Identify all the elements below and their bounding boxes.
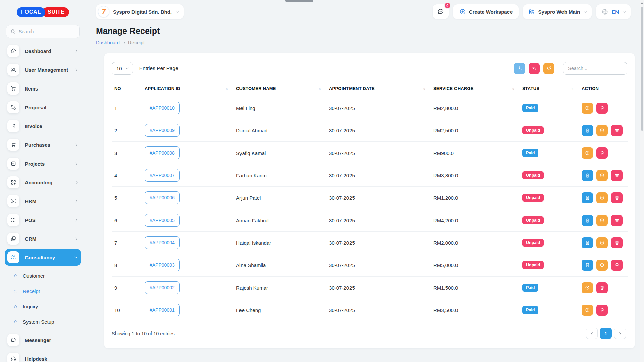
workspace-selector[interactable]: Syspro Web Main bbox=[523, 4, 592, 19]
breadcrumb-dashboard-link[interactable]: Dashboard bbox=[96, 40, 120, 45]
app-root: FOCAL SUITE Dashboard User Management bbox=[0, 0, 644, 362]
sidebar-item-helpdesk[interactable]: Helpdesk bbox=[5, 350, 81, 362]
application-id-button[interactable]: #APP00009 bbox=[145, 124, 180, 137]
submenu-item-receipt[interactable]: Receipt bbox=[5, 283, 81, 299]
payment-button[interactable]: $ bbox=[582, 237, 593, 248]
view-button[interactable] bbox=[582, 282, 593, 293]
column-header-application-id[interactable]: APPLICATION ID↑↓ bbox=[142, 83, 233, 97]
scroll-up-arrow-icon[interactable] bbox=[641, 2, 643, 4]
sidebar-item-hrm[interactable]: HRM bbox=[5, 193, 81, 209]
users-icon bbox=[7, 64, 19, 76]
payment-button[interactable]: $ bbox=[582, 260, 593, 271]
sidebar-item-messenger[interactable]: Messenger bbox=[5, 331, 81, 348]
undo-button[interactable] bbox=[529, 63, 540, 74]
bullet-icon bbox=[14, 274, 17, 277]
sidebar-item-consultancy[interactable]: Consultancy bbox=[5, 249, 81, 266]
view-button[interactable] bbox=[582, 305, 593, 316]
entries-per-page-label: Entries Per Page bbox=[139, 65, 178, 71]
column-header-status[interactable]: STATUS↑↓ bbox=[520, 83, 579, 97]
payment-icon: $ bbox=[585, 263, 590, 268]
scrollbar-thumb[interactable] bbox=[641, 7, 643, 131]
column-header-customer-name[interactable]: CUSTOMER NAME↑↓ bbox=[233, 83, 326, 97]
application-id-button[interactable]: #APP00005 bbox=[145, 214, 180, 227]
application-id-button[interactable]: #APP00007 bbox=[145, 169, 180, 182]
delete-button[interactable] bbox=[596, 282, 608, 293]
view-button[interactable] bbox=[596, 215, 608, 226]
table-search-input[interactable] bbox=[563, 62, 627, 75]
service-charge: RM4,200.0 bbox=[431, 209, 520, 232]
delete-button[interactable] bbox=[611, 170, 623, 181]
app-logo: FOCAL SUITE bbox=[5, 7, 81, 17]
previous-page-button[interactable] bbox=[586, 328, 598, 339]
breadcrumb: Dashboard Receipt bbox=[96, 40, 635, 45]
submenu-item-inquiry[interactable]: Inquiry bbox=[5, 299, 81, 314]
view-button[interactable] bbox=[582, 147, 593, 159]
application-id-button[interactable]: #APP00010 bbox=[145, 102, 180, 114]
payment-button[interactable]: $ bbox=[582, 215, 593, 226]
sidebar-item-proposal[interactable]: Proposal bbox=[5, 99, 81, 116]
delete-button[interactable] bbox=[596, 147, 608, 159]
delete-button[interactable] bbox=[611, 215, 623, 226]
view-button[interactable] bbox=[596, 260, 608, 271]
chevron-right-icon bbox=[74, 237, 78, 240]
appointment-date: 30-07-2025 bbox=[326, 254, 431, 277]
status-badge: Paid bbox=[522, 306, 538, 314]
customer-name: Lee Cheng bbox=[233, 299, 326, 321]
svg-text:$: $ bbox=[587, 129, 588, 131]
sidebar-item-invoice[interactable]: Invoice bbox=[5, 118, 81, 134]
view-button[interactable] bbox=[596, 125, 608, 136]
application-id-button[interactable]: #APP00003 bbox=[145, 259, 180, 272]
sidebar-item-projects[interactable]: Projects bbox=[5, 155, 81, 172]
delete-button[interactable] bbox=[596, 305, 608, 316]
breadcrumb-current: Receipt bbox=[128, 40, 145, 45]
column-header-no[interactable]: NO bbox=[112, 83, 142, 97]
submenu-item-system-setup[interactable]: System Setup bbox=[5, 314, 81, 329]
delete-button[interactable] bbox=[611, 260, 623, 271]
sidebar-item-pos[interactable]: POS bbox=[5, 212, 81, 228]
sidebar-item-purchases[interactable]: Purchases bbox=[5, 136, 81, 153]
chevron-right-icon bbox=[74, 68, 78, 71]
window-notch bbox=[285, 0, 313, 2]
language-selector[interactable]: EN bbox=[596, 4, 631, 19]
home-icon bbox=[7, 45, 19, 57]
page-1-button[interactable]: 1 bbox=[600, 328, 612, 339]
document-icon bbox=[7, 120, 19, 132]
payment-button[interactable]: $ bbox=[582, 125, 593, 136]
export-button[interactable] bbox=[514, 63, 525, 74]
payment-button[interactable]: $ bbox=[582, 192, 593, 203]
delete-button[interactable] bbox=[611, 237, 623, 248]
sidebar-item-dashboard[interactable]: Dashboard bbox=[5, 43, 81, 59]
view-button[interactable] bbox=[582, 103, 593, 114]
column-header-appointment-date[interactable]: APPOINTMENT DATE↑↓ bbox=[326, 83, 431, 97]
company-selector[interactable]: 7 Syspro Digital Sdn. Bhd. bbox=[96, 4, 184, 19]
chat-button[interactable]: 0 bbox=[433, 4, 449, 19]
application-id-button[interactable]: #APP00008 bbox=[145, 146, 180, 159]
sidebar-item-accounting[interactable]: Accounting bbox=[5, 174, 81, 191]
sidebar-item-user-management[interactable]: User Management bbox=[5, 61, 81, 78]
application-id-button[interactable]: #APP00004 bbox=[145, 236, 180, 249]
status-badge: Unpaid bbox=[522, 216, 544, 224]
submenu-item-customer[interactable]: Customer bbox=[5, 268, 81, 283]
sidebar-item-crm[interactable]: CRM bbox=[5, 230, 81, 247]
view-button[interactable] bbox=[596, 192, 608, 203]
column-header-service-charge[interactable]: SERVICE CHARGE↑↓ bbox=[431, 83, 520, 97]
application-id-button[interactable]: #APP00006 bbox=[145, 191, 180, 204]
sidebar-item-items[interactable]: Items bbox=[5, 80, 81, 97]
delete-button[interactable] bbox=[611, 125, 623, 136]
delete-button[interactable] bbox=[611, 192, 623, 203]
application-id-button[interactable]: #APP00002 bbox=[145, 281, 180, 294]
create-workspace-button[interactable]: Create Workspace bbox=[453, 4, 519, 19]
view-button[interactable] bbox=[596, 170, 608, 181]
application-id-button[interactable]: #APP00001 bbox=[145, 304, 180, 316]
view-button[interactable] bbox=[596, 237, 608, 248]
row-number: 4 bbox=[112, 164, 142, 187]
payment-button[interactable]: $ bbox=[582, 170, 593, 181]
sidebar-search-input[interactable] bbox=[19, 29, 75, 34]
entries-per-page-select[interactable]: 10 bbox=[112, 62, 133, 75]
delete-button[interactable] bbox=[596, 103, 608, 114]
table-row: 3 #APP00008 Syafiq Kamal 30-07-2025 RM90… bbox=[112, 142, 628, 164]
refresh-button[interactable] bbox=[543, 63, 554, 74]
page-scrollbar[interactable] bbox=[640, 0, 644, 362]
next-page-button[interactable] bbox=[614, 328, 626, 339]
sidebar-search[interactable] bbox=[6, 25, 80, 38]
